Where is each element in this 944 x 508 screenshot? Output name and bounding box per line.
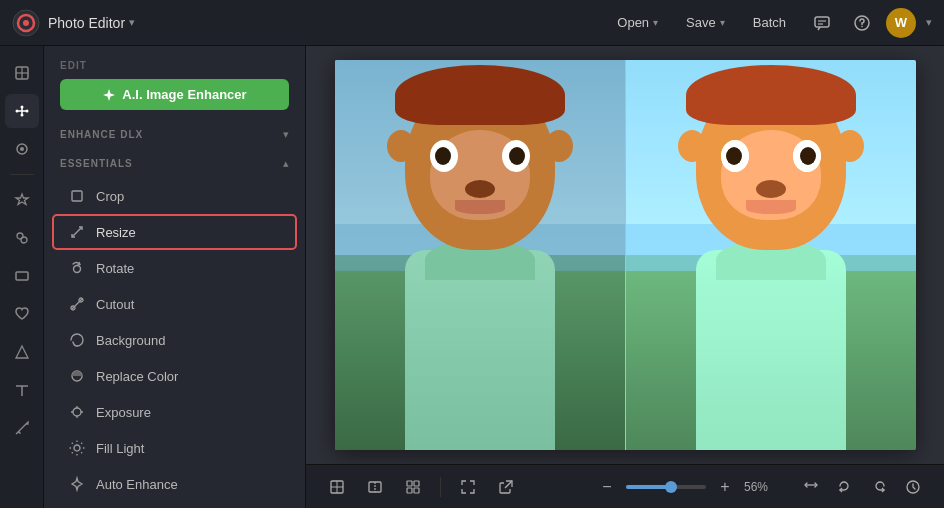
iconbar-frame[interactable] bbox=[5, 259, 39, 293]
svg-rect-52 bbox=[414, 481, 419, 486]
svg-rect-51 bbox=[407, 481, 412, 486]
canvas-area: − + 56% bbox=[306, 46, 944, 508]
tool-resize[interactable]: Resize bbox=[52, 214, 297, 250]
svg-line-45 bbox=[81, 452, 82, 453]
iconbar-effects[interactable] bbox=[5, 221, 39, 255]
iconbar-divider bbox=[10, 174, 34, 175]
fit-btn[interactable] bbox=[453, 472, 483, 502]
monkey-enhanced bbox=[626, 60, 916, 450]
main-area: EDIT A.I. Image Enhancer ENHANCE DLX ▾ E… bbox=[0, 46, 944, 508]
topbar: Photo Editor ▾ Open ▾ Save ▾ Batch bbox=[0, 0, 944, 46]
layers-btn[interactable] bbox=[322, 472, 352, 502]
zoom-in-btn[interactable]: + bbox=[712, 474, 738, 500]
tool-rotate[interactable]: Rotate bbox=[52, 250, 297, 286]
svg-point-7 bbox=[861, 25, 863, 27]
svg-line-27 bbox=[72, 232, 77, 237]
svg-line-26 bbox=[77, 227, 82, 232]
sidebar-panel: EDIT A.I. Image Enhancer ENHANCE DLX ▾ E… bbox=[44, 46, 306, 508]
canvas-right-half bbox=[626, 60, 916, 450]
auto-enhance-icon bbox=[68, 475, 86, 493]
ai-enhancer-button[interactable]: A.I. Image Enhancer bbox=[60, 79, 289, 110]
background-icon bbox=[68, 331, 86, 349]
svg-point-13 bbox=[20, 106, 23, 109]
svg-point-2 bbox=[23, 20, 29, 26]
undo-btn[interactable] bbox=[830, 472, 860, 502]
resize-icon bbox=[68, 223, 86, 241]
iconbar-brush[interactable] bbox=[5, 411, 39, 445]
canvas-viewport[interactable] bbox=[306, 46, 944, 464]
iconbar bbox=[0, 46, 44, 508]
user-avatar[interactable]: W bbox=[886, 8, 916, 38]
fill-light-icon bbox=[68, 439, 86, 457]
essentials-header[interactable]: ESSENTIALS ▴ bbox=[44, 149, 305, 178]
iconbar-text[interactable] bbox=[5, 373, 39, 407]
exposure-icon bbox=[68, 403, 86, 421]
batch-menu[interactable]: Batch bbox=[741, 10, 798, 35]
svg-line-43 bbox=[81, 443, 82, 444]
redo-btn[interactable] bbox=[864, 472, 894, 502]
enhance-dlx-header[interactable]: ENHANCE DLX ▾ bbox=[44, 120, 305, 149]
iconbar-edit[interactable] bbox=[5, 94, 39, 128]
flip-btn[interactable] bbox=[796, 472, 826, 502]
svg-marker-22 bbox=[16, 346, 28, 358]
svg-line-42 bbox=[72, 443, 73, 444]
topbar-actions: W ▾ bbox=[806, 7, 932, 39]
cutout-icon bbox=[68, 295, 86, 313]
zoom-slider[interactable] bbox=[626, 485, 706, 489]
compare-btn[interactable] bbox=[360, 472, 390, 502]
tool-fill-light[interactable]: Fill Light bbox=[52, 430, 297, 466]
svg-rect-54 bbox=[414, 488, 419, 493]
iconbar-heart[interactable] bbox=[5, 297, 39, 331]
bottom-right-actions bbox=[796, 472, 928, 502]
zoom-controls: − + 56% bbox=[594, 474, 780, 500]
svg-point-18 bbox=[20, 147, 24, 151]
zoom-out-btn[interactable]: − bbox=[594, 474, 620, 500]
svg-point-15 bbox=[15, 110, 18, 113]
chat-icon-btn[interactable] bbox=[806, 7, 838, 39]
edit-section-label: EDIT bbox=[44, 46, 305, 79]
tool-cutout[interactable]: Cutout bbox=[52, 286, 297, 322]
app-name: Photo Editor bbox=[48, 15, 125, 31]
tool-auto-enhance[interactable]: Auto Enhance bbox=[52, 466, 297, 502]
rotate-icon bbox=[68, 259, 86, 277]
app-logo[interactable] bbox=[12, 9, 40, 37]
open-menu[interactable]: Open ▾ bbox=[605, 10, 670, 35]
image-canvas bbox=[335, 60, 916, 450]
tool-crop[interactable]: Crop bbox=[52, 178, 297, 214]
svg-line-44 bbox=[72, 452, 73, 453]
svg-rect-3 bbox=[815, 17, 829, 27]
replace-color-icon bbox=[68, 367, 86, 385]
svg-point-37 bbox=[74, 445, 80, 451]
monkey-original bbox=[335, 60, 625, 450]
enhance-dlx-chevron: ▾ bbox=[283, 128, 289, 141]
iconbar-shape[interactable] bbox=[5, 335, 39, 369]
history-btn[interactable] bbox=[898, 472, 928, 502]
help-icon-btn[interactable] bbox=[846, 7, 878, 39]
tool-exposure[interactable]: Exposure bbox=[52, 394, 297, 430]
svg-rect-53 bbox=[407, 488, 412, 493]
iconbar-star[interactable] bbox=[5, 183, 39, 217]
svg-point-28 bbox=[74, 266, 81, 273]
svg-rect-21 bbox=[16, 272, 28, 280]
svg-rect-25 bbox=[72, 191, 82, 201]
essentials-chevron: ▴ bbox=[283, 157, 289, 170]
tool-background[interactable]: Background bbox=[52, 322, 297, 358]
iconbar-view[interactable] bbox=[5, 132, 39, 166]
bottom-divider-1 bbox=[440, 477, 441, 497]
avatar-chevron[interactable]: ▾ bbox=[926, 16, 932, 29]
zoom-level-label: 56% bbox=[744, 480, 780, 494]
zoom-thumb[interactable] bbox=[665, 481, 677, 493]
crop-icon bbox=[68, 187, 86, 205]
svg-point-16 bbox=[25, 110, 28, 113]
canvas-left-half bbox=[335, 60, 625, 450]
app-name-chevron[interactable]: ▾ bbox=[129, 16, 135, 29]
tool-replace-color[interactable]: Replace Color bbox=[52, 358, 297, 394]
export-btn[interactable] bbox=[491, 472, 521, 502]
bottombar: − + 56% bbox=[306, 464, 944, 508]
svg-line-55 bbox=[505, 481, 512, 488]
save-menu[interactable]: Save ▾ bbox=[674, 10, 737, 35]
iconbar-layers[interactable] bbox=[5, 56, 39, 90]
grid-btn[interactable] bbox=[398, 472, 428, 502]
topbar-menu: Open ▾ Save ▾ Batch bbox=[605, 10, 798, 35]
svg-point-14 bbox=[20, 114, 23, 117]
